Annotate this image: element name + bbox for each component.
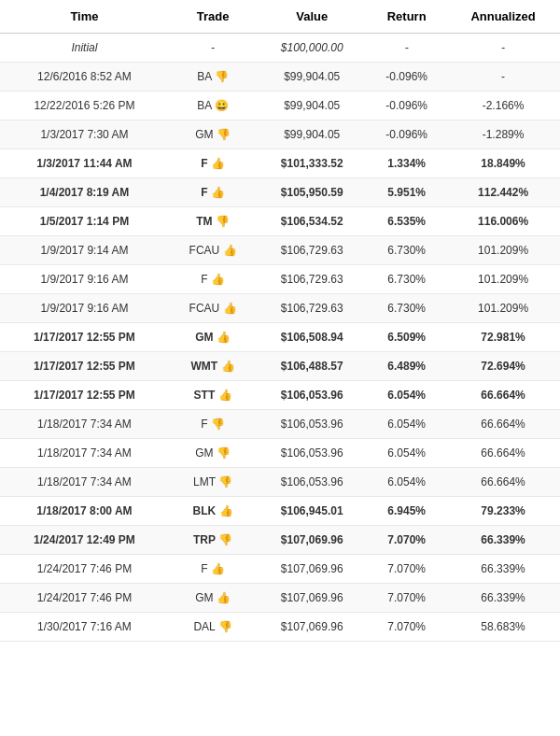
table-row: 1/18/2017 7:34 AMF 👎$106,053.966.054%66.… xyxy=(0,410,560,439)
cell-return: 1.334% xyxy=(367,149,446,178)
cell-value: $106,729.63 xyxy=(257,294,367,323)
cell-trade: GM 👎 xyxy=(169,439,257,468)
table-row: 1/17/2017 12:55 PMGM 👍$106,508.946.509%7… xyxy=(0,323,560,352)
cell-annualized: 112.442% xyxy=(446,178,560,207)
cell-time: 1/4/2017 8:19 AM xyxy=(0,178,169,207)
header-annualized: Annualized xyxy=(446,0,560,34)
cell-return: 6.945% xyxy=(367,497,446,526)
table-row: 1/24/2017 7:46 PMF 👍$107,069.967.070%66.… xyxy=(0,555,560,584)
cell-annualized: 72.981% xyxy=(446,323,560,352)
cell-time: Initial xyxy=(0,34,169,63)
cell-value: $107,069.96 xyxy=(257,613,367,642)
cell-trade: BA 😀 xyxy=(169,92,257,120)
cell-value: $106,053.96 xyxy=(257,410,367,439)
cell-value: $106,053.96 xyxy=(257,439,367,468)
cell-trade: FCAU 👍 xyxy=(169,294,257,323)
table-row: 1/9/2017 9:16 AMF 👍$106,729.636.730%101.… xyxy=(0,265,560,294)
table-row: 1/30/2017 7:16 AMDAL 👎$107,069.967.070%5… xyxy=(0,613,560,642)
cell-value: $100,000.00 xyxy=(257,34,367,63)
cell-time: 1/24/2017 7:46 PM xyxy=(0,584,169,613)
cell-return: 6.730% xyxy=(367,236,446,265)
cell-annualized: 66.664% xyxy=(446,439,560,468)
header-time: Time xyxy=(0,0,169,34)
cell-return: 6.054% xyxy=(367,381,446,410)
cell-value: $106,729.63 xyxy=(257,265,367,294)
cell-time: 12/6/2016 8:52 AM xyxy=(0,63,169,92)
cell-value: $107,069.96 xyxy=(257,526,367,555)
cell-trade: TRP 👎 xyxy=(169,526,257,555)
cell-trade: F 👎 xyxy=(169,410,257,439)
cell-time: 1/18/2017 7:34 AM xyxy=(0,468,169,497)
cell-return: 6.730% xyxy=(367,265,446,294)
table-row: 1/9/2017 9:16 AMFCAU 👍$106,729.636.730%1… xyxy=(0,294,560,323)
cell-trade: GM 👍 xyxy=(169,584,257,613)
cell-return: 6.509% xyxy=(367,323,446,352)
cell-trade: WMT 👍 xyxy=(169,352,257,381)
cell-time: 1/3/2017 11:44 AM xyxy=(0,149,169,178)
cell-value: $99,904.05 xyxy=(257,63,367,92)
cell-trade: LMT 👎 xyxy=(169,468,257,497)
cell-return: 6.054% xyxy=(367,468,446,497)
table-row: 1/24/2017 12:49 PMTRP 👎$107,069.967.070%… xyxy=(0,526,560,555)
cell-value: $99,904.05 xyxy=(257,120,367,149)
cell-return: 7.070% xyxy=(367,584,446,613)
table-row: 1/18/2017 7:34 AMLMT 👎$106,053.966.054%6… xyxy=(0,468,560,497)
cell-return: 6.730% xyxy=(367,294,446,323)
cell-annualized: 101.209% xyxy=(446,236,560,265)
cell-annualized: 116.006% xyxy=(446,207,560,236)
cell-time: 1/18/2017 7:34 AM xyxy=(0,439,169,468)
cell-return: -0.096% xyxy=(367,92,446,120)
trades-table: Time Trade Value Return Annualized Initi… xyxy=(0,0,560,642)
cell-time: 1/3/2017 7:30 AM xyxy=(0,120,169,149)
cell-return: 6.489% xyxy=(367,352,446,381)
cell-trade: F 👍 xyxy=(169,265,257,294)
cell-time: 1/30/2017 7:16 AM xyxy=(0,613,169,642)
cell-value: $101,333.52 xyxy=(257,149,367,178)
cell-value: $107,069.96 xyxy=(257,584,367,613)
cell-return: 7.070% xyxy=(367,613,446,642)
header-trade: Trade xyxy=(169,0,257,34)
cell-value: $99,904.05 xyxy=(257,92,367,120)
cell-annualized: -2.166% xyxy=(446,92,560,120)
cell-annualized: 66.664% xyxy=(446,381,560,410)
cell-time: 1/9/2017 9:16 AM xyxy=(0,294,169,323)
cell-return: 6.054% xyxy=(367,439,446,468)
cell-time: 1/18/2017 7:34 AM xyxy=(0,410,169,439)
cell-return: 7.070% xyxy=(367,555,446,584)
cell-trade: - xyxy=(169,34,257,63)
cell-value: $106,729.63 xyxy=(257,236,367,265)
cell-annualized: - xyxy=(446,34,560,63)
table-row: Initial-$100,000.00-- xyxy=(0,34,560,63)
cell-time: 1/5/2017 1:14 PM xyxy=(0,207,169,236)
cell-trade: BA 👎 xyxy=(169,63,257,92)
table-row: 12/6/2016 8:52 AMBA 👎$99,904.05-0.096%- xyxy=(0,63,560,92)
table-row: 1/18/2017 8:00 AMBLK 👍$106,945.016.945%7… xyxy=(0,497,560,526)
cell-trade: STT 👍 xyxy=(169,381,257,410)
cell-time: 1/17/2017 12:55 PM xyxy=(0,381,169,410)
cell-annualized: 66.339% xyxy=(446,584,560,613)
cell-time: 1/18/2017 8:00 AM xyxy=(0,497,169,526)
cell-annualized: 101.209% xyxy=(446,294,560,323)
cell-time: 1/9/2017 9:14 AM xyxy=(0,236,169,265)
cell-trade: F 👍 xyxy=(169,149,257,178)
table-row: 12/22/2016 5:26 PMBA 😀$99,904.05-0.096%-… xyxy=(0,92,560,120)
cell-return: -0.096% xyxy=(367,63,446,92)
cell-time: 1/24/2017 12:49 PM xyxy=(0,526,169,555)
cell-trade: TM 👎 xyxy=(169,207,257,236)
cell-value: $105,950.59 xyxy=(257,178,367,207)
cell-trade: GM 👍 xyxy=(169,323,257,352)
table-row: 1/17/2017 12:55 PMWMT 👍$106,488.576.489%… xyxy=(0,352,560,381)
cell-trade: F 👍 xyxy=(169,178,257,207)
cell-return: -0.096% xyxy=(367,120,446,149)
cell-return: - xyxy=(367,34,446,63)
cell-time: 12/22/2016 5:26 PM xyxy=(0,92,169,120)
table-row: 1/17/2017 12:55 PMSTT 👍$106,053.966.054%… xyxy=(0,381,560,410)
cell-time: 1/17/2017 12:55 PM xyxy=(0,323,169,352)
cell-value: $106,488.57 xyxy=(257,352,367,381)
cell-value: $106,945.01 xyxy=(257,497,367,526)
cell-trade: FCAU 👍 xyxy=(169,236,257,265)
table-header-row: Time Trade Value Return Annualized xyxy=(0,0,560,34)
cell-time: 1/17/2017 12:55 PM xyxy=(0,352,169,381)
cell-value: $106,508.94 xyxy=(257,323,367,352)
cell-value: $106,053.96 xyxy=(257,381,367,410)
